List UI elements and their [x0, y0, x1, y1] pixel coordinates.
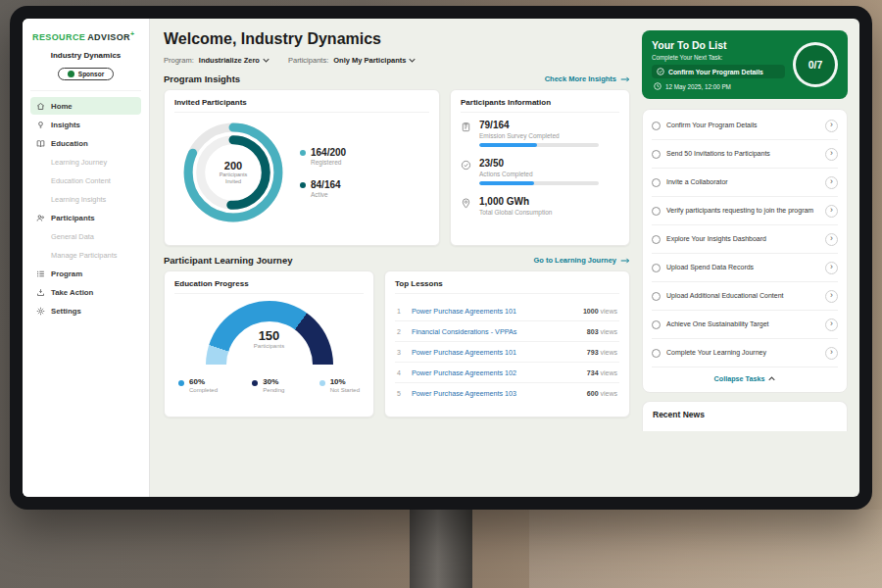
- chevron-right-icon[interactable]: ›: [825, 347, 838, 360]
- task-checkbox[interactable]: [652, 320, 661, 329]
- gauge-center-value: 150: [206, 328, 333, 343]
- progress-bar: [479, 181, 599, 185]
- invited-donut-chart: 200 Participants Invited: [180, 120, 286, 225]
- invited-legend: 164/200 Registered 84/164 Active: [300, 147, 346, 198]
- participants-select[interactable]: Only My Participants: [333, 56, 416, 65]
- legend-item: 10% Not Started: [319, 377, 360, 393]
- legend-dot: [252, 380, 258, 386]
- task-row[interactable]: Complete Your Learning Journey ›: [652, 339, 838, 368]
- chevron-down-icon: [409, 58, 416, 63]
- sponsor-badge-label: Sponsor: [78, 71, 104, 77]
- task-row[interactable]: Verify participants requesting to join t…: [652, 197, 838, 225]
- sponsor-badge[interactable]: Sponsor: [58, 68, 114, 80]
- actions-icon: [461, 160, 471, 171]
- main-content: Welcome, Industry Dynamics Program: Indu…: [150, 19, 640, 497]
- legend-item: 84/164 Active: [300, 179, 346, 198]
- chevron-right-icon[interactable]: ›: [825, 262, 838, 274]
- task-checkbox[interactable]: [652, 349, 661, 358]
- lesson-title-link[interactable]: Power Purchase Agreements 101: [412, 307, 576, 316]
- task-checkbox[interactable]: [652, 150, 661, 159]
- monitor-stand: [410, 506, 472, 588]
- education-legend: 60% Completed 30% Pending: [174, 377, 364, 393]
- logo-text-primary: RESOURCE: [32, 32, 85, 42]
- task-row[interactable]: Invite a Collaborator ›: [652, 169, 838, 197]
- legend-dot: [300, 150, 306, 156]
- chevron-up-icon: [768, 376, 775, 381]
- sidebar-item-program[interactable]: Program: [30, 265, 141, 282]
- next-task-button[interactable]: Confirm Your Program Details: [652, 65, 785, 78]
- go-to-learning-journey-link[interactable]: Go to Learning Journey: [533, 256, 630, 265]
- chevron-down-icon: [263, 58, 270, 63]
- clock-icon: [654, 82, 662, 90]
- card-title: Education Progress: [174, 279, 364, 294]
- sidebar-item-participants[interactable]: Participants: [30, 209, 141, 226]
- lesson-title-link[interactable]: Financial Considerations - VPPAs: [412, 327, 580, 336]
- sidebar-item-education[interactable]: Education: [30, 134, 141, 152]
- gauge-center-label: Participants: [206, 343, 333, 349]
- consumption-icon: [461, 198, 471, 209]
- task-row[interactable]: Upload Additional Educational Content ›: [652, 282, 838, 311]
- chevron-right-icon[interactable]: ›: [825, 148, 838, 161]
- task-row[interactable]: Explore Your Insights Dashboard ›: [652, 225, 838, 254]
- task-row[interactable]: Send 50 Invitations to Participants ›: [652, 140, 838, 169]
- survey-icon: [461, 122, 471, 132]
- collapse-tasks-button[interactable]: Collapse Tasks: [652, 368, 838, 390]
- learning-journey-header: Participant Learning Journey Go to Learn…: [164, 255, 630, 266]
- legend-dot: [300, 182, 306, 188]
- lesson-row[interactable]: 5 Power Purchase Agreements 103 600 view…: [395, 383, 619, 403]
- sidebar-item-settings[interactable]: Settings: [30, 302, 141, 319]
- lesson-row[interactable]: 2 Financial Considerations - VPPAs 803 v…: [395, 321, 619, 342]
- task-checkbox[interactable]: [652, 292, 661, 301]
- chevron-right-icon[interactable]: ›: [825, 233, 838, 246]
- program-select[interactable]: Industrialize Zero: [199, 56, 270, 65]
- legend-dot: [178, 380, 184, 386]
- chevron-right-icon[interactable]: ›: [825, 290, 838, 303]
- chevron-right-icon[interactable]: ›: [825, 205, 838, 218]
- arrow-right-icon: [620, 76, 630, 82]
- desk-surface: [529, 510, 882, 588]
- sidebar-item-take-action[interactable]: Take Action: [30, 283, 141, 301]
- page-title: Welcome, Industry Dynamics: [164, 30, 630, 48]
- recent-news-header: Recent News: [642, 401, 848, 431]
- screen: RESOURCEADVISOR+ Industry Dynamics Spons…: [23, 19, 859, 497]
- task-checkbox[interactable]: [652, 207, 661, 216]
- legend-dot: [319, 380, 325, 386]
- sidebar-item-manage-participants[interactable]: Manage Participants: [30, 246, 141, 264]
- sidebar-item-learning-journey[interactable]: Learning Journey: [30, 153, 141, 171]
- sidebar-item-learning-insights[interactable]: Learning Insights: [30, 190, 141, 208]
- lesson-title-link[interactable]: Power Purchase Agreements 101: [412, 348, 580, 357]
- chevron-right-icon[interactable]: ›: [825, 318, 838, 331]
- sidebar-item-education-content[interactable]: Education Content: [30, 172, 141, 189]
- legend-item: 164/200 Registered: [300, 147, 346, 166]
- todo-title: Your To Do List: [652, 39, 785, 51]
- task-checkbox[interactable]: [652, 264, 661, 272]
- sidebar-item-general-data[interactable]: General Data: [30, 227, 141, 245]
- app-logo: RESOURCEADVISOR+: [30, 28, 141, 49]
- lesson-row[interactable]: 1 Power Purchase Agreements 101 1000 vie…: [395, 301, 619, 321]
- logo-text-secondary: ADVISOR: [87, 32, 130, 42]
- task-row[interactable]: Achieve One Sustainability Target ›: [652, 311, 838, 339]
- logo-plus: +: [130, 30, 135, 37]
- todo-task-list: Confirm Your Program Details › Send 50 I…: [642, 109, 848, 393]
- sidebar-item-home[interactable]: Home: [30, 97, 141, 115]
- program-insights-header: Program Insights Check More Insights: [164, 74, 630, 84]
- check-circle-icon: [657, 68, 664, 75]
- task-checkbox[interactable]: [652, 235, 661, 244]
- org-block: Industry Dynamics Sponsor: [30, 49, 141, 91]
- chevron-right-icon[interactable]: ›: [825, 120, 838, 132]
- task-checkbox[interactable]: [652, 178, 661, 187]
- sponsor-icon: [68, 71, 74, 77]
- lesson-title-link[interactable]: Power Purchase Agreements 103: [412, 389, 580, 398]
- lesson-row[interactable]: 4 Power Purchase Agreements 102 734 view…: [395, 363, 619, 383]
- sidebar-item-insights[interactable]: Insights: [30, 116, 141, 133]
- chevron-right-icon[interactable]: ›: [825, 176, 838, 189]
- todo-progress-ring: 0/7: [793, 42, 838, 87]
- check-more-insights-link[interactable]: Check More Insights: [545, 74, 630, 83]
- progress-bar: [479, 143, 599, 147]
- task-checkbox[interactable]: [652, 122, 661, 130]
- lesson-row[interactable]: 3 Power Purchase Agreements 101 793 view…: [395, 342, 619, 363]
- settings-icon: [36, 307, 45, 316]
- task-row[interactable]: Upload Spend Data Records ›: [652, 254, 838, 282]
- task-row[interactable]: Confirm Your Program Details ›: [652, 112, 838, 140]
- lesson-title-link[interactable]: Power Purchase Agreements 102: [412, 368, 580, 377]
